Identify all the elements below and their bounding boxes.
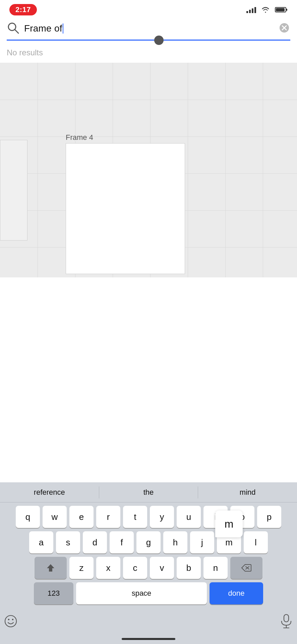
signal-icon — [246, 6, 256, 13]
space-key[interactable]: space — [76, 582, 207, 604]
search-query-text: Frame of — [24, 23, 62, 34]
backspace-key[interactable] — [230, 557, 262, 579]
status-icons — [246, 6, 288, 13]
status-bar: 2:17 — [0, 0, 297, 18]
key-m[interactable]: m m — [217, 531, 241, 553]
svg-rect-14 — [284, 614, 289, 622]
numbers-key[interactable]: 123 — [34, 582, 73, 604]
battery-icon — [275, 6, 288, 13]
frame-box — [66, 143, 185, 274]
emoji-button[interactable] — [0, 612, 21, 630]
autocomplete-mind[interactable]: mind — [198, 482, 297, 502]
autocomplete-reference[interactable]: reference — [0, 482, 99, 502]
svg-point-11 — [5, 615, 16, 627]
search-cursor — [63, 23, 63, 34]
key-t[interactable]: t — [123, 506, 147, 528]
svg-line-4 — [15, 30, 18, 33]
grid-vline — [225, 63, 226, 277]
search-input[interactable]: Frame of — [24, 23, 274, 34]
status-time: 2:17 — [9, 4, 37, 15]
key-e[interactable]: e — [69, 506, 94, 528]
search-container: Frame of — [0, 18, 297, 41]
key-h[interactable]: h — [163, 531, 187, 553]
grid-hline — [0, 100, 297, 100]
grid-vline — [38, 63, 38, 277]
partial-frame-left — [0, 140, 27, 240]
svg-rect-1 — [286, 9, 287, 11]
grid-hline — [0, 137, 297, 137]
key-m-popup: m — [215, 511, 243, 537]
canvas-area: Frame 4 — [0, 63, 297, 277]
no-results-text: No results — [0, 41, 297, 63]
grid-vline — [263, 63, 263, 277]
key-s[interactable]: s — [56, 531, 80, 553]
key-b[interactable]: b — [177, 557, 201, 579]
key-w[interactable]: w — [43, 506, 67, 528]
shift-key[interactable] — [35, 557, 67, 579]
key-l[interactable]: l — [244, 531, 268, 553]
key-g[interactable]: g — [136, 531, 161, 553]
search-underline-active — [7, 40, 290, 41]
key-row-4: 123 space done — [2, 582, 295, 604]
key-y[interactable]: y — [150, 506, 174, 528]
svg-marker-8 — [47, 564, 54, 572]
key-n[interactable]: n — [203, 557, 228, 579]
key-c[interactable]: c — [123, 557, 147, 579]
key-d[interactable]: d — [83, 531, 107, 553]
search-icon — [7, 21, 19, 36]
home-bar — [122, 638, 175, 640]
autocomplete-the[interactable]: the — [99, 482, 198, 502]
microphone-button[interactable] — [276, 612, 297, 630]
svg-point-12 — [8, 619, 9, 620]
keyboard: reference the mind q w e r t y u i o p a… — [0, 482, 297, 644]
key-p[interactable]: p — [257, 506, 281, 528]
key-x[interactable]: x — [96, 557, 120, 579]
key-a[interactable]: a — [29, 531, 53, 553]
key-q[interactable]: q — [16, 506, 40, 528]
svg-rect-2 — [276, 8, 285, 11]
key-f[interactable]: f — [110, 531, 134, 553]
wifi-icon — [261, 6, 270, 13]
clear-search-button[interactable] — [278, 22, 290, 35]
key-v[interactable]: v — [150, 557, 174, 579]
search-underline — [7, 40, 290, 41]
svg-point-13 — [12, 619, 13, 620]
key-z[interactable]: z — [69, 557, 94, 579]
keys-area: q w e r t y u i o p a s d f g h j m m l — [0, 502, 297, 610]
key-row-2: a s d f g h j m m l — [2, 531, 295, 553]
autocomplete-row: reference the mind — [0, 482, 297, 502]
search-bar: Frame of — [7, 21, 290, 39]
frame-label: Frame 4 — [66, 133, 93, 142]
home-indicator — [0, 636, 297, 644]
grid-vline — [188, 63, 188, 277]
done-key[interactable]: done — [210, 582, 263, 604]
key-j[interactable]: j — [190, 531, 214, 553]
key-r[interactable]: r — [96, 506, 120, 528]
search-thumb — [154, 36, 164, 45]
key-u[interactable]: u — [177, 506, 201, 528]
key-row-1: q w e r t y u i o p — [2, 506, 295, 528]
bottom-bar — [0, 610, 297, 636]
key-row-3: z x c v b n — [2, 557, 295, 579]
home-indicator-area — [42, 618, 255, 624]
